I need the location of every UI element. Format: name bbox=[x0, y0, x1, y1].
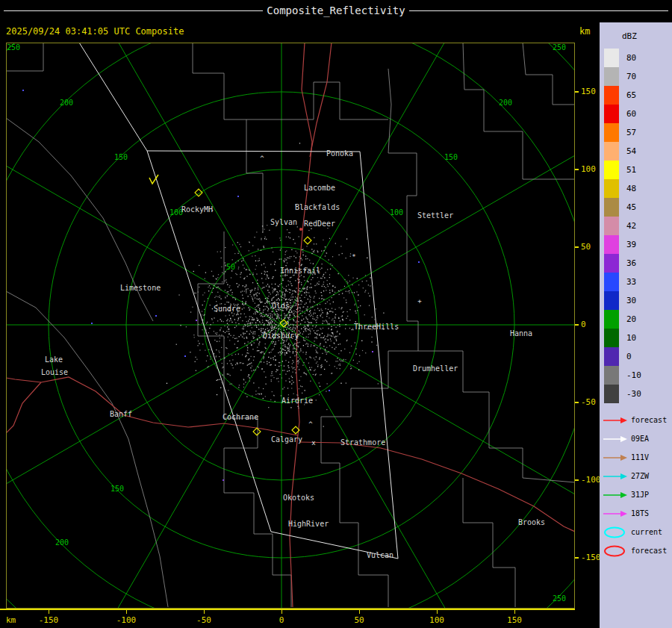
city-label-lacombe: Lacombe bbox=[304, 184, 335, 192]
city-label-hanna: Hanna bbox=[510, 329, 532, 338]
legend-row-18TS: 18TS bbox=[600, 504, 672, 523]
right-axis-tick bbox=[575, 324, 579, 326]
city-label-calgary: Calgary bbox=[271, 435, 302, 444]
ring-label-250: 250 bbox=[7, 43, 20, 52]
colorbar-row-65: 65 bbox=[600, 86, 672, 105]
colorbar-value: 48 bbox=[626, 184, 636, 193]
colorbar-value: 60 bbox=[626, 109, 636, 119]
colorbar: 807065605754514845423936333020100-10-30 bbox=[600, 49, 672, 403]
legend-row-forecast: forecast bbox=[600, 411, 672, 429]
colorbar-swatch--10 bbox=[604, 366, 619, 385]
colorbar-value: 57 bbox=[626, 128, 636, 137]
city-label-strathmore: Strathmore bbox=[340, 438, 385, 447]
legend-label: 31JP bbox=[631, 491, 649, 499]
right-axis-tick bbox=[575, 402, 579, 403]
right-axis-tick bbox=[575, 246, 579, 248]
colorbar-value: 65 bbox=[626, 90, 636, 100]
forecast-arrow-icon bbox=[603, 414, 628, 427]
colorbar-row-42: 42 bbox=[600, 217, 672, 235]
right-axis-label: -150 bbox=[581, 553, 601, 563]
colorbar-row-10: 10 bbox=[600, 329, 672, 347]
right-axis-unit: km bbox=[579, 26, 590, 37]
legend-label: 27ZW bbox=[631, 472, 649, 480]
bottom-axis-tick bbox=[281, 610, 282, 614]
ring-label-250: 250 bbox=[553, 43, 566, 52]
bottom-axis-label: 150 bbox=[498, 615, 531, 625]
colorbar-value: 54 bbox=[626, 146, 636, 156]
ring-label-200: 200 bbox=[60, 99, 73, 107]
colorbar-row-20: 20 bbox=[600, 310, 672, 329]
right-axis-label: -50 bbox=[581, 397, 596, 408]
colorbar-row-39: 39 bbox=[600, 235, 672, 254]
city-label-banff: Banff bbox=[110, 410, 132, 418]
reddeer-dot-icon bbox=[299, 228, 302, 231]
colorbar-swatch--30 bbox=[604, 385, 619, 403]
city-label-drumheller: Drumheller bbox=[413, 364, 458, 373]
bottom-axis-tick bbox=[359, 610, 360, 614]
right-axis-tick bbox=[575, 169, 579, 170]
ring-label-250: 250 bbox=[553, 594, 566, 603]
colorbar-row-60: 60 bbox=[600, 105, 672, 123]
111V-arrow-icon bbox=[603, 451, 628, 464]
right-axis-tick bbox=[575, 91, 579, 93]
city-label-okotoks: Okotoks bbox=[283, 494, 314, 502]
18TS-arrow-icon bbox=[603, 507, 628, 520]
right-axis-label: 100 bbox=[581, 164, 596, 175]
right-axis-label: 150 bbox=[581, 87, 596, 97]
colorbar-swatch-39 bbox=[604, 235, 619, 254]
colorbar-value: 45 bbox=[626, 202, 636, 212]
colorbar-swatch-36 bbox=[604, 254, 619, 273]
colorbar-swatch-60 bbox=[604, 105, 619, 123]
colorbar-value: 33 bbox=[626, 277, 636, 287]
ring-label-200: 200 bbox=[55, 538, 69, 547]
colorbar-swatch-20 bbox=[604, 310, 619, 329]
bottom-axis-tick bbox=[204, 610, 205, 614]
colorbar-swatch-65 bbox=[604, 86, 619, 105]
legend: forecast09EA111V27ZW31JP18TScurrentforec… bbox=[600, 411, 672, 560]
ring-label-200: 200 bbox=[499, 99, 512, 107]
city-label-highriver: HighRiver bbox=[288, 520, 329, 528]
colorbar-value: 80 bbox=[626, 53, 636, 63]
legend-label: current bbox=[631, 528, 662, 536]
colorbar-row-30: 30 bbox=[600, 291, 672, 310]
colorbar-row-48: 48 bbox=[600, 179, 672, 198]
legend-label: 18TS bbox=[631, 509, 649, 517]
legend-row-31JP: 31JP bbox=[600, 485, 672, 504]
symbol-marker-icon: ^ bbox=[308, 420, 313, 428]
colorbar-value: 70 bbox=[626, 72, 636, 81]
bottom-axis-tick bbox=[514, 610, 515, 614]
colorbar-title: dBZ bbox=[622, 31, 672, 41]
radar-map[interactable]: 50100150200250100150200250150200250Ponok… bbox=[6, 43, 575, 609]
bottom-axis-label: 100 bbox=[420, 615, 453, 625]
31JP-arrow-icon bbox=[603, 488, 628, 502]
colorbar-value: 10 bbox=[626, 333, 636, 343]
city-label-rockymh: RockyMH bbox=[181, 205, 213, 214]
colorbar-swatch-51 bbox=[604, 161, 619, 179]
city-label-stettler: Stettler bbox=[417, 211, 453, 220]
09EA-arrow-icon bbox=[603, 432, 628, 446]
right-axis-label: -100 bbox=[581, 475, 601, 485]
colorbar-row-33: 33 bbox=[600, 273, 672, 291]
legend-row-09EA: 09EA bbox=[600, 429, 672, 448]
colorbar-swatch-48 bbox=[604, 179, 619, 198]
bottom-axis-label: -100 bbox=[110, 615, 143, 625]
symbol-marker-icon: x bbox=[311, 439, 316, 447]
timestamp: 2025/09/24 03:41:05 UTC Composite bbox=[6, 26, 184, 37]
symbol-marker-icon: ^ bbox=[260, 155, 264, 162]
legend-label: forecast bbox=[631, 547, 667, 555]
city-label-cochrane: Cochrane bbox=[223, 413, 258, 421]
city-label-vulcan: Vulcan bbox=[367, 551, 393, 559]
titlebar-rule-left bbox=[4, 10, 263, 11]
colorbar-value: 30 bbox=[626, 296, 636, 305]
colorbar-row-57: 57 bbox=[600, 123, 672, 142]
city-label-threehills: ThreeHills bbox=[354, 323, 399, 331]
radar-app: Composite_Reflectivity 2025/09/24 03:41:… bbox=[0, 0, 672, 628]
colorbar-row-45: 45 bbox=[600, 198, 672, 217]
ring-label-100: 100 bbox=[390, 208, 403, 217]
bottom-axis-tick bbox=[126, 610, 127, 614]
right-axis-tick bbox=[575, 479, 579, 481]
colorbar-value: 39 bbox=[626, 240, 636, 249]
colorbar-row-54: 54 bbox=[600, 142, 672, 161]
legend-row-111V: 111V bbox=[600, 448, 672, 467]
colorbar-value: 36 bbox=[626, 258, 636, 268]
